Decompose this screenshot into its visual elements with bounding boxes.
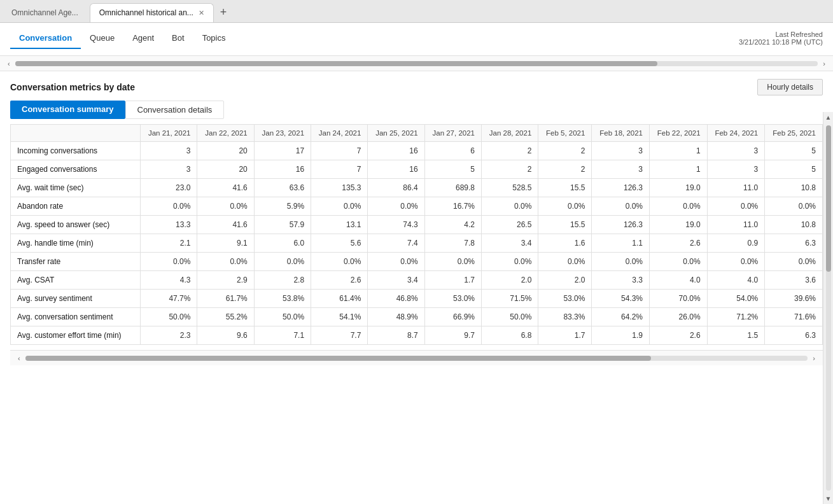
metric-value: 46.8% [368, 290, 424, 308]
metric-value: 0.0% [311, 197, 368, 216]
close-tab-icon[interactable]: ✕ [199, 9, 204, 17]
metric-value: 126.3 [592, 216, 650, 234]
metric-label: Avg. speed to answer (sec) [11, 216, 141, 234]
nav-tab-bot[interactable]: Bot [163, 28, 193, 49]
metric-value: 0.0% [592, 197, 650, 216]
date-column-header: Jan 22, 2021 [197, 125, 254, 142]
last-refreshed-value: 3/21/2021 10:18 PM (UTC) [739, 38, 823, 46]
metric-value: 50.0% [482, 308, 538, 326]
metric-value: 3 [141, 160, 197, 179]
metric-label: Avg. customer effort time (min) [11, 326, 141, 345]
table-row: Avg. conversation sentiment50.0%55.2%50.… [11, 308, 823, 326]
view-tab-summary[interactable]: Conversation summary [10, 101, 125, 119]
metric-value: 0.0% [141, 253, 197, 271]
data-table-container[interactable]: Jan 21, 2021Jan 22, 2021Jan 23, 2021Jan … [10, 124, 823, 345]
metric-value: 54.0% [707, 290, 765, 308]
metric-value: 7 [311, 160, 368, 179]
metric-value: 1.5 [707, 326, 765, 345]
metric-value: 50.0% [141, 308, 197, 326]
metric-value: 4.2 [424, 216, 481, 234]
metric-value: 1 [650, 160, 708, 179]
table-row: Abandon rate0.0%0.0%5.9%0.0%0.0%16.7%0.0… [11, 197, 823, 216]
metric-value: 63.6 [254, 179, 311, 197]
metric-value: 126.3 [592, 179, 650, 197]
nav-tab-list: Conversation Queue Agent Bot Topics [10, 28, 234, 49]
browser-tab-active[interactable]: Omnichannel historical an... ✕ [90, 3, 214, 22]
metric-value: 26.0% [650, 308, 708, 326]
metric-value: 4.0 [707, 271, 765, 290]
scroll-right-icon[interactable]: › [820, 59, 828, 69]
metric-value: 20 [197, 142, 254, 160]
metric-value: 19.0 [650, 216, 708, 234]
browser-tab-inactive[interactable]: Omnichannel Age... [3, 3, 87, 22]
metric-value: 3.6 [765, 271, 823, 290]
metric-label: Avg. wait time (sec) [11, 179, 141, 197]
metric-value: 0.0% [482, 253, 538, 271]
browser-tab-bar: Omnichannel Age... Omnichannel historica… [0, 0, 833, 23]
metric-value: 19.0 [650, 179, 708, 197]
metric-value: 0.0% [141, 197, 197, 216]
section-title: Conversation metrics by date [10, 82, 135, 92]
metric-value: 61.7% [197, 290, 254, 308]
metric-value: 2 [538, 160, 592, 179]
metric-value: 4.3 [141, 271, 197, 290]
nav-tab-agent[interactable]: Agent [123, 28, 163, 49]
hourly-details-button[interactable]: Hourly details [757, 79, 823, 95]
metric-value: 2.1 [141, 234, 197, 253]
table-row: Avg. wait time (sec)23.041.663.6135.386.… [11, 179, 823, 197]
vscroll-up-icon[interactable]: ▲ [823, 112, 833, 123]
table-row: Transfer rate0.0%0.0%0.0%0.0%0.0%0.0%0.0… [11, 253, 823, 271]
nav-tab-queue[interactable]: Queue [81, 28, 123, 49]
metric-value: 71.2% [707, 308, 765, 326]
metric-value: 5 [765, 160, 823, 179]
metric-value: 0.0% [765, 197, 823, 216]
view-tab-bar: Conversation summary Conversation detail… [10, 101, 823, 119]
add-tab-button[interactable]: + [214, 2, 234, 23]
bottom-scroll-left-icon[interactable]: ‹ [15, 353, 23, 363]
metric-value: 55.2% [197, 308, 254, 326]
metric-label: Engaged conversations [11, 160, 141, 179]
view-tab-details[interactable]: Conversation details [125, 101, 225, 119]
metric-value: 13.3 [141, 216, 197, 234]
vertical-scrollbar-track[interactable] [826, 125, 831, 491]
horizontal-scrollbar-thumb [15, 61, 657, 66]
bottom-scroll-right-icon[interactable]: › [810, 353, 818, 363]
metric-value: 16.7% [424, 197, 481, 216]
date-column-header: Feb 25, 2021 [765, 125, 823, 142]
metric-value: 61.4% [311, 290, 368, 308]
metric-value: 6.3 [765, 326, 823, 345]
metric-value: 0.9 [707, 234, 765, 253]
metric-value: 689.8 [424, 179, 481, 197]
metric-value: 13.1 [311, 216, 368, 234]
metric-value: 2.6 [650, 234, 708, 253]
metric-value: 2.3 [141, 326, 197, 345]
metric-column-header [11, 125, 141, 142]
metric-value: 15.5 [538, 179, 592, 197]
last-refreshed-label: Last Refreshed [739, 31, 823, 38]
main-content: ‹ › Conversation metrics by date Hourly … [0, 56, 833, 504]
metric-value: 0.0% [368, 253, 424, 271]
date-column-header: Feb 22, 2021 [650, 125, 708, 142]
vscroll-down-icon[interactable]: ▼ [823, 493, 833, 504]
metric-value: 0.0% [592, 253, 650, 271]
metric-value: 0.0% [650, 253, 708, 271]
table-header-row: Jan 21, 2021Jan 22, 2021Jan 23, 2021Jan … [11, 125, 823, 142]
metric-value: 17 [254, 142, 311, 160]
metric-value: 0.0% [650, 197, 708, 216]
metric-value: 0.0% [254, 253, 311, 271]
bottom-horizontal-scrollbar-track[interactable] [25, 356, 808, 361]
date-column-header: Feb 18, 2021 [592, 125, 650, 142]
nav-tab-conversation[interactable]: Conversation [10, 28, 81, 49]
metric-value: 3 [707, 160, 765, 179]
metric-value: 9.1 [197, 234, 254, 253]
metric-value: 4.0 [650, 271, 708, 290]
horizontal-scrollbar-track[interactable] [15, 61, 818, 66]
metric-value: 1.9 [592, 326, 650, 345]
metric-value: 11.0 [707, 216, 765, 234]
vertical-scrollbar-thumb [826, 125, 831, 272]
bottom-scrollbar-thumb [25, 356, 652, 361]
nav-tab-topics[interactable]: Topics [193, 28, 235, 49]
date-column-header: Jan 28, 2021 [482, 125, 538, 142]
scroll-left-icon[interactable]: ‹ [5, 59, 13, 69]
metric-value: 2.9 [197, 271, 254, 290]
